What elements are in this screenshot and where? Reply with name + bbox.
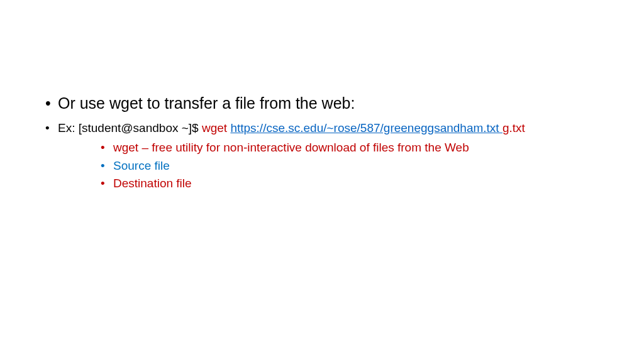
- example-url[interactable]: https://cse.sc.edu/~rose/587/greeneggsan…: [230, 121, 502, 134]
- bullet-main-text: Or use wget to transfer a file from the …: [58, 94, 355, 112]
- wget-description: wget – free utility for non-interactive …: [113, 141, 469, 154]
- sub-bullet-source: Source file: [45, 158, 599, 175]
- bullet-example: Ex: [student@sandbox ~]$ wget https://cs…: [45, 120, 599, 136]
- example-prefix: Ex: [student@sandbox ~]$: [58, 121, 202, 134]
- source-file-label: Source file: [113, 159, 170, 172]
- example-wget-cmd: wget: [202, 121, 227, 134]
- example-dest: g.txt: [502, 121, 525, 134]
- bullet-main: Or use wget to transfer a file from the …: [45, 93, 599, 114]
- sub-bullet-wget-desc: wget – free utility for non-interactive …: [45, 140, 599, 156]
- sub-bullet-destination: Destination file: [45, 175, 599, 192]
- destination-file-label: Destination file: [113, 177, 192, 190]
